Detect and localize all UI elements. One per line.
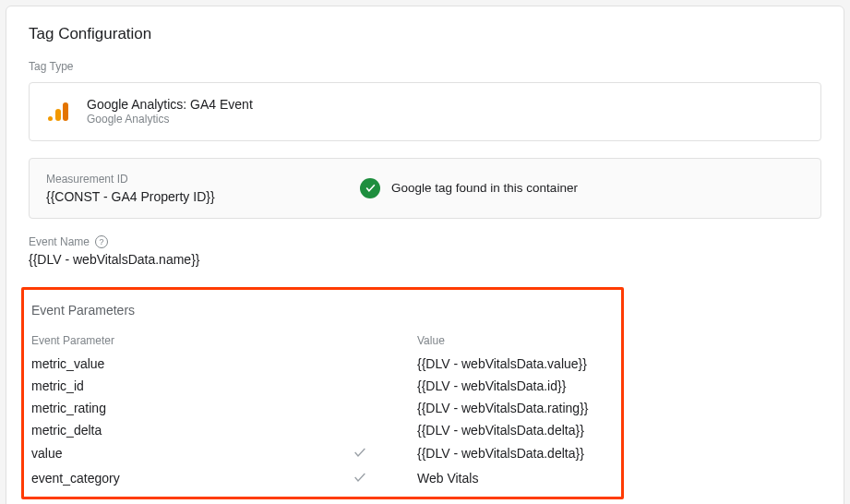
param-value: {{DLV - webVitalsData.rating}}: [417, 401, 616, 415]
param-value: {{DLV - webVitalsData.value}}: [417, 356, 616, 371]
event-parameters-header: Event Parameter Value: [30, 334, 616, 353]
measurement-id-value: {{CONST - GA4 Property ID}}: [46, 189, 327, 204]
event-name-value: {{DLV - webVitalsData.name}}: [29, 252, 821, 267]
param-name: metric_id: [30, 378, 353, 393]
measurement-box: Measurement ID {{CONST - GA4 Property ID…: [29, 158, 821, 219]
param-value: {{DLV - webVitalsData.delta}}: [417, 446, 616, 461]
check-icon: [353, 445, 367, 460]
param-row: metric_id{{DLV - webVitalsData.id}}: [30, 375, 616, 397]
param-name: metric_delta: [30, 423, 353, 438]
google-analytics-icon: [44, 99, 70, 125]
param-row: value{{DLV - webVitalsData.delta}}: [30, 441, 616, 466]
tag-type-provider: Google Analytics: [87, 113, 253, 127]
param-row: metric_rating{{DLV - webVitalsData.ratin…: [30, 397, 616, 419]
param-recommended: [353, 445, 417, 462]
check-circle-icon: [360, 178, 380, 198]
card-title: Tag Configuration: [29, 25, 821, 43]
param-row: metric_delta{{DLV - webVitalsData.delta}…: [30, 419, 616, 441]
param-name: event_category: [30, 471, 353, 486]
param-name: metric_value: [30, 356, 353, 371]
measurement-id-label: Measurement ID: [46, 173, 327, 186]
event-parameters-rows: metric_value{{DLV - webVitalsData.value}…: [30, 353, 616, 491]
tag-configuration-card: Tag Configuration Tag Type Google Analyt…: [6, 6, 844, 504]
header-param: Event Parameter: [30, 334, 353, 347]
event-name-label: Event Name: [29, 235, 90, 248]
param-value: {{DLV - webVitalsData.id}}: [417, 378, 616, 393]
help-icon[interactable]: ?: [95, 235, 108, 248]
tag-type-box[interactable]: Google Analytics: GA4 Event Google Analy…: [29, 82, 821, 141]
param-name: metric_rating: [30, 401, 353, 415]
param-recommended: [353, 470, 417, 487]
google-tag-found-text: Google tag found in this container: [391, 181, 578, 195]
param-name: value: [30, 446, 353, 461]
tag-type-label: Tag Type: [29, 60, 821, 73]
param-row: metric_value{{DLV - webVitalsData.value}…: [30, 353, 616, 375]
event-name-section: Event Name ? {{DLV - webVitalsData.name}…: [29, 235, 821, 267]
header-value: Value: [417, 334, 616, 347]
event-parameters-title: Event Parameters: [30, 303, 616, 318]
tag-type-name: Google Analytics: GA4 Event: [87, 96, 253, 113]
param-row: event_categoryWeb Vitals: [30, 466, 616, 491]
check-icon: [353, 470, 367, 485]
param-value: Web Vitals: [417, 471, 616, 486]
param-value: {{DLV - webVitalsData.delta}}: [417, 423, 616, 438]
event-parameters-box: Event Parameters Event Parameter Value m…: [21, 287, 624, 499]
